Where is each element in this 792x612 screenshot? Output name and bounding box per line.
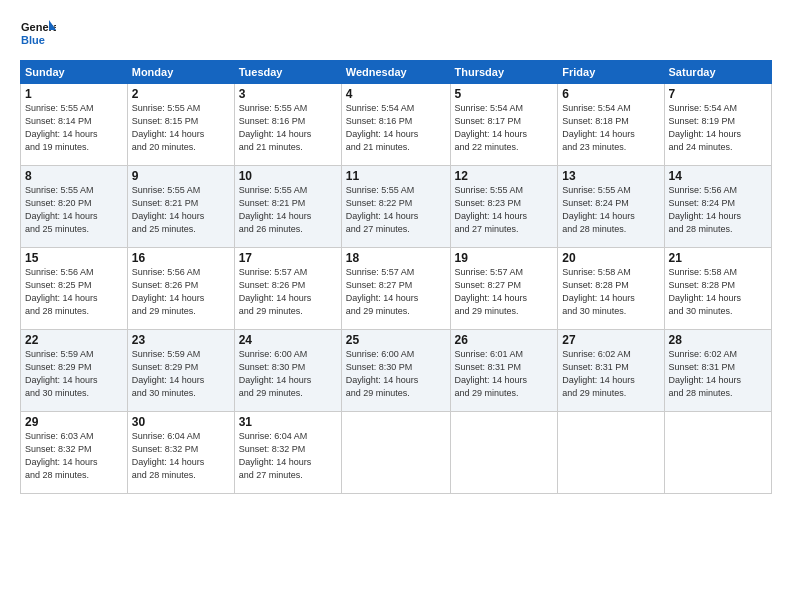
day-number: 23 (132, 333, 230, 347)
svg-text:Blue: Blue (21, 34, 45, 46)
calendar-week-3: 15Sunrise: 5:56 AM Sunset: 8:25 PM Dayli… (21, 248, 772, 330)
day-number: 1 (25, 87, 123, 101)
day-info: Sunrise: 5:54 AM Sunset: 8:16 PM Dayligh… (346, 102, 446, 154)
day-number: 27 (562, 333, 659, 347)
logo: General Blue (20, 16, 56, 52)
calendar-week-5: 29Sunrise: 6:03 AM Sunset: 8:32 PM Dayli… (21, 412, 772, 494)
calendar-cell: 12Sunrise: 5:55 AM Sunset: 8:23 PM Dayli… (450, 166, 558, 248)
column-header-wednesday: Wednesday (341, 61, 450, 84)
day-info: Sunrise: 5:54 AM Sunset: 8:19 PM Dayligh… (669, 102, 767, 154)
day-info: Sunrise: 5:57 AM Sunset: 8:27 PM Dayligh… (346, 266, 446, 318)
day-info: Sunrise: 5:55 AM Sunset: 8:20 PM Dayligh… (25, 184, 123, 236)
day-number: 30 (132, 415, 230, 429)
calendar-cell: 8Sunrise: 5:55 AM Sunset: 8:20 PM Daylig… (21, 166, 128, 248)
calendar-cell: 25Sunrise: 6:00 AM Sunset: 8:30 PM Dayli… (341, 330, 450, 412)
day-info: Sunrise: 5:55 AM Sunset: 8:21 PM Dayligh… (132, 184, 230, 236)
calendar-cell: 4Sunrise: 5:54 AM Sunset: 8:16 PM Daylig… (341, 84, 450, 166)
day-info: Sunrise: 5:55 AM Sunset: 8:14 PM Dayligh… (25, 102, 123, 154)
day-number: 14 (669, 169, 767, 183)
calendar-cell: 14Sunrise: 5:56 AM Sunset: 8:24 PM Dayli… (664, 166, 771, 248)
day-number: 5 (455, 87, 554, 101)
day-number: 6 (562, 87, 659, 101)
day-info: Sunrise: 5:56 AM Sunset: 8:25 PM Dayligh… (25, 266, 123, 318)
day-number: 19 (455, 251, 554, 265)
calendar-cell: 28Sunrise: 6:02 AM Sunset: 8:31 PM Dayli… (664, 330, 771, 412)
calendar-cell: 9Sunrise: 5:55 AM Sunset: 8:21 PM Daylig… (127, 166, 234, 248)
day-info: Sunrise: 5:58 AM Sunset: 8:28 PM Dayligh… (562, 266, 659, 318)
calendar-table: SundayMondayTuesdayWednesdayThursdayFrid… (20, 60, 772, 494)
calendar-cell: 1Sunrise: 5:55 AM Sunset: 8:14 PM Daylig… (21, 84, 128, 166)
day-number: 31 (239, 415, 337, 429)
calendar-cell: 24Sunrise: 6:00 AM Sunset: 8:30 PM Dayli… (234, 330, 341, 412)
day-number: 7 (669, 87, 767, 101)
calendar-week-2: 8Sunrise: 5:55 AM Sunset: 8:20 PM Daylig… (21, 166, 772, 248)
calendar-cell: 20Sunrise: 5:58 AM Sunset: 8:28 PM Dayli… (558, 248, 664, 330)
day-info: Sunrise: 6:03 AM Sunset: 8:32 PM Dayligh… (25, 430, 123, 482)
calendar-cell (558, 412, 664, 494)
day-info: Sunrise: 6:04 AM Sunset: 8:32 PM Dayligh… (239, 430, 337, 482)
calendar-cell (450, 412, 558, 494)
day-number: 15 (25, 251, 123, 265)
day-info: Sunrise: 5:55 AM Sunset: 8:16 PM Dayligh… (239, 102, 337, 154)
day-info: Sunrise: 6:01 AM Sunset: 8:31 PM Dayligh… (455, 348, 554, 400)
calendar-cell: 7Sunrise: 5:54 AM Sunset: 8:19 PM Daylig… (664, 84, 771, 166)
day-info: Sunrise: 6:00 AM Sunset: 8:30 PM Dayligh… (346, 348, 446, 400)
day-number: 18 (346, 251, 446, 265)
day-info: Sunrise: 5:55 AM Sunset: 8:21 PM Dayligh… (239, 184, 337, 236)
calendar-cell: 15Sunrise: 5:56 AM Sunset: 8:25 PM Dayli… (21, 248, 128, 330)
calendar-cell: 16Sunrise: 5:56 AM Sunset: 8:26 PM Dayli… (127, 248, 234, 330)
day-number: 25 (346, 333, 446, 347)
day-number: 16 (132, 251, 230, 265)
calendar-cell: 13Sunrise: 5:55 AM Sunset: 8:24 PM Dayli… (558, 166, 664, 248)
day-number: 26 (455, 333, 554, 347)
calendar-cell: 18Sunrise: 5:57 AM Sunset: 8:27 PM Dayli… (341, 248, 450, 330)
logo-svg: General Blue (20, 16, 56, 52)
day-number: 3 (239, 87, 337, 101)
day-info: Sunrise: 5:54 AM Sunset: 8:17 PM Dayligh… (455, 102, 554, 154)
day-number: 9 (132, 169, 230, 183)
calendar-cell: 17Sunrise: 5:57 AM Sunset: 8:26 PM Dayli… (234, 248, 341, 330)
day-info: Sunrise: 5:55 AM Sunset: 8:22 PM Dayligh… (346, 184, 446, 236)
day-number: 28 (669, 333, 767, 347)
day-info: Sunrise: 6:00 AM Sunset: 8:30 PM Dayligh… (239, 348, 337, 400)
calendar-cell: 11Sunrise: 5:55 AM Sunset: 8:22 PM Dayli… (341, 166, 450, 248)
calendar-cell (664, 412, 771, 494)
calendar-cell: 31Sunrise: 6:04 AM Sunset: 8:32 PM Dayli… (234, 412, 341, 494)
day-info: Sunrise: 5:59 AM Sunset: 8:29 PM Dayligh… (25, 348, 123, 400)
day-info: Sunrise: 5:59 AM Sunset: 8:29 PM Dayligh… (132, 348, 230, 400)
day-number: 12 (455, 169, 554, 183)
calendar-cell: 5Sunrise: 5:54 AM Sunset: 8:17 PM Daylig… (450, 84, 558, 166)
column-header-friday: Friday (558, 61, 664, 84)
header: General Blue (20, 16, 772, 52)
day-info: Sunrise: 5:57 AM Sunset: 8:26 PM Dayligh… (239, 266, 337, 318)
day-number: 20 (562, 251, 659, 265)
calendar-cell: 6Sunrise: 5:54 AM Sunset: 8:18 PM Daylig… (558, 84, 664, 166)
day-number: 21 (669, 251, 767, 265)
column-header-sunday: Sunday (21, 61, 128, 84)
day-info: Sunrise: 5:56 AM Sunset: 8:24 PM Dayligh… (669, 184, 767, 236)
day-info: Sunrise: 5:55 AM Sunset: 8:15 PM Dayligh… (132, 102, 230, 154)
column-header-thursday: Thursday (450, 61, 558, 84)
day-number: 10 (239, 169, 337, 183)
day-info: Sunrise: 5:56 AM Sunset: 8:26 PM Dayligh… (132, 266, 230, 318)
calendar-cell: 10Sunrise: 5:55 AM Sunset: 8:21 PM Dayli… (234, 166, 341, 248)
day-info: Sunrise: 5:58 AM Sunset: 8:28 PM Dayligh… (669, 266, 767, 318)
calendar-cell (341, 412, 450, 494)
day-info: Sunrise: 5:55 AM Sunset: 8:23 PM Dayligh… (455, 184, 554, 236)
column-header-monday: Monday (127, 61, 234, 84)
calendar-cell: 3Sunrise: 5:55 AM Sunset: 8:16 PM Daylig… (234, 84, 341, 166)
calendar-cell: 30Sunrise: 6:04 AM Sunset: 8:32 PM Dayli… (127, 412, 234, 494)
calendar-week-4: 22Sunrise: 5:59 AM Sunset: 8:29 PM Dayli… (21, 330, 772, 412)
calendar-cell: 23Sunrise: 5:59 AM Sunset: 8:29 PM Dayli… (127, 330, 234, 412)
day-info: Sunrise: 6:02 AM Sunset: 8:31 PM Dayligh… (669, 348, 767, 400)
page: General Blue SundayMondayTuesdayWednesda… (0, 0, 792, 612)
calendar-cell: 27Sunrise: 6:02 AM Sunset: 8:31 PM Dayli… (558, 330, 664, 412)
day-info: Sunrise: 6:02 AM Sunset: 8:31 PM Dayligh… (562, 348, 659, 400)
calendar-cell: 2Sunrise: 5:55 AM Sunset: 8:15 PM Daylig… (127, 84, 234, 166)
day-info: Sunrise: 5:55 AM Sunset: 8:24 PM Dayligh… (562, 184, 659, 236)
day-number: 29 (25, 415, 123, 429)
column-header-saturday: Saturday (664, 61, 771, 84)
day-number: 8 (25, 169, 123, 183)
calendar-header-row: SundayMondayTuesdayWednesdayThursdayFrid… (21, 61, 772, 84)
day-info: Sunrise: 5:57 AM Sunset: 8:27 PM Dayligh… (455, 266, 554, 318)
